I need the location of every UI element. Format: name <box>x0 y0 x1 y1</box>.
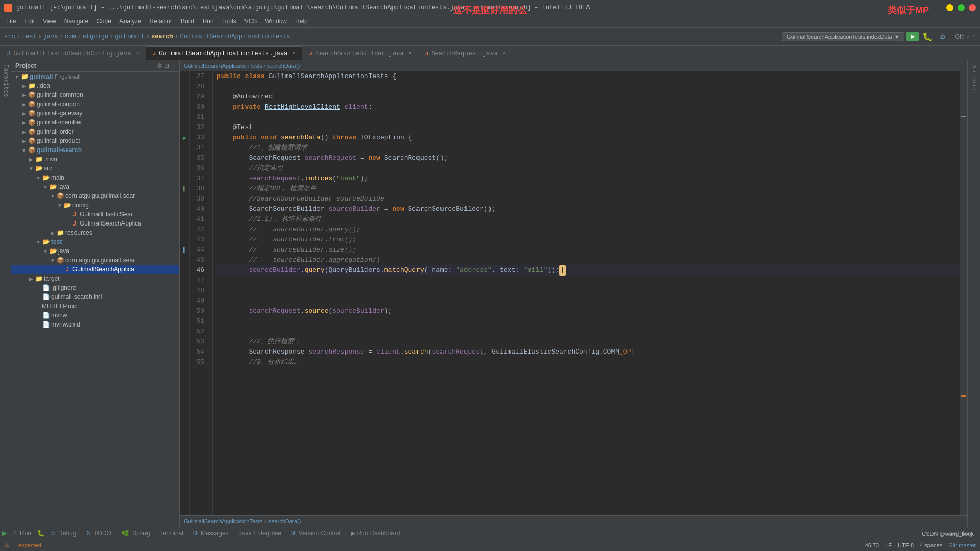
menu-item-window[interactable]: Window <box>261 17 291 26</box>
bottom-tab-todo[interactable]: 6: TODO <box>81 529 116 538</box>
breadcrumb-src[interactable]: src <box>4 33 15 40</box>
tab-close-0[interactable]: × <box>136 51 139 56</box>
tree-mvnw-cmd[interactable]: 📄 mvnw.cmd <box>11 320 179 329</box>
code-nav-method[interactable]: searchData() <box>267 63 300 69</box>
tab-search-request[interactable]: J SearchRequest.java × <box>419 46 512 60</box>
tree-gulimall-product[interactable]: ▶ 📦 gulimall-product <box>11 136 179 145</box>
tree-package-test[interactable]: ▼ 📦 com.atguigu.gulimall.sear <box>11 256 179 265</box>
breadcrumb-atguigu[interactable]: atguigu <box>83 33 108 40</box>
menu-item-help[interactable]: Help <box>291 17 312 26</box>
tab-gulimall-elastic-search-config[interactable]: J GulimallElasticSearchConfig.java × <box>0 46 146 60</box>
favorites-icon[interactable]: Favorites <box>2 64 9 97</box>
code-content[interactable]: public class GulimallSearchApplicationTe… <box>213 71 960 515</box>
breadcrumb-class[interactable]: GulimallSearchApplicationTests <box>180 33 290 40</box>
tree-gulimall-gateway[interactable]: ▶ 📦 gulimall-gateway <box>11 109 179 118</box>
file-icon-mvnw-cmd: 📄 <box>42 321 50 328</box>
bottom-tab-spring[interactable]: 🌿 Spring <box>116 529 155 538</box>
tree-gulimall-elastic-search-config[interactable]: J GulimallElasticSear <box>11 210 179 219</box>
toolbar-breadcrumb: src › test › java › com › atguigu › guli… <box>4 33 290 40</box>
breadcrumb-search[interactable]: search <box>151 33 173 40</box>
menu-item-navigate[interactable]: Navigate <box>60 17 92 26</box>
tree-mvnw[interactable]: 📄 mvnw <box>11 311 179 320</box>
tree-gulimall-search-applica-main[interactable]: J GulimallSearchApplica <box>11 219 179 228</box>
breadcrumb-test[interactable]: test <box>22 33 37 40</box>
tree-test[interactable]: ▼ 📂 test <box>11 237 179 246</box>
tree-gulimall-member[interactable]: ▶ 📦 gulimall-member <box>11 118 179 127</box>
bottom-tab-debug[interactable]: 5: Debug <box>46 529 81 538</box>
menu-item-code[interactable]: Code <box>92 17 115 26</box>
menu-item-edit[interactable]: Edit <box>20 17 39 26</box>
tree-mvn[interactable]: ▶ 📁 .mvn <box>11 155 179 164</box>
tree-target[interactable]: ▶ 📁 target <box>11 274 179 283</box>
tree-gulimall-search-application-tests[interactable]: J GulimallSearchApplica <box>11 265 179 274</box>
run-button[interactable]: ▶ <box>906 32 919 41</box>
project-layout-icon[interactable]: ⊟ <box>164 62 169 69</box>
menu-item-build[interactable]: Build <box>177 17 199 26</box>
status-indent[interactable]: 4 spaces <box>920 542 942 548</box>
tree-src[interactable]: ▼ 📂 src <box>11 164 179 173</box>
tree-iml[interactable]: 📄 gulimall-search.iml <box>11 292 179 302</box>
run-config-selector[interactable]: GulimallSearchApplicationTests.indexData… <box>782 32 904 41</box>
folder-icon-config: 📂 <box>63 202 71 209</box>
menu-item-vcs[interactable]: VCS <box>240 17 261 26</box>
menu-item-tools[interactable]: Tools <box>218 17 240 26</box>
menu-item-refactor[interactable]: Refactor <box>145 17 177 26</box>
tree-config[interactable]: ▼ 📂 config <box>11 201 179 210</box>
tree-main[interactable]: ▼ 📂 main <box>11 173 179 182</box>
module-icon-member: 📦 <box>28 119 36 126</box>
maximize-button[interactable] <box>958 4 965 11</box>
tree-gulimall-search[interactable]: ▼ 📦 gulimall-search <box>11 145 179 155</box>
minimize-button[interactable] <box>946 4 953 11</box>
git-check-icon[interactable]: ✓ <box>967 33 970 40</box>
tree-gulimall-coupon[interactable]: ▶ 📦 gulimall-coupon <box>11 99 179 109</box>
tab-close-3[interactable]: × <box>503 51 506 56</box>
coverage-icon[interactable]: ⚙ <box>940 33 945 42</box>
right-scroll-gutter[interactable] <box>960 71 967 515</box>
debug-icon[interactable]: 🐛 <box>922 33 933 42</box>
tree-main-java[interactable]: ▼ 📂 java <box>11 182 179 191</box>
bottom-tab-run-dashboard[interactable]: ▶ Run Dashboard <box>346 529 405 538</box>
bottom-tab-java-enterprise[interactable]: Java Enterprise <box>234 529 286 538</box>
bottom-tab-messages[interactable]: 0: Messages <box>188 529 234 538</box>
status-cursor-pos[interactable]: 46:73 <box>865 542 879 548</box>
tab-search-source-builder[interactable]: J SearchSourceBuilder.java × <box>302 46 418 60</box>
tab-label-0: GulimallElasticSearchConfig.java <box>13 50 131 57</box>
breadcrumb-gulimall[interactable]: gulimall <box>115 33 144 40</box>
run-gutter-icon-33[interactable]: ▶ <box>183 134 186 142</box>
breadcrumb-java[interactable]: java <box>43 33 58 40</box>
tree-help[interactable]: MH HELP.md <box>11 302 179 311</box>
status-line-ending[interactable]: LF <box>885 542 892 548</box>
project-collapse-icon[interactable]: − <box>172 62 175 69</box>
bottom-tab-terminal[interactable]: Terminal <box>155 529 188 538</box>
tree-test-java[interactable]: ▼ 📂 java <box>11 246 179 256</box>
bottom-tab-version-control[interactable]: 9: Version Control <box>286 529 346 538</box>
editor-footer-class[interactable]: GulimallSearchApplicationTests <box>184 518 262 524</box>
bottom-tab-run[interactable]: 4: Run <box>8 529 36 538</box>
tree-root-gulimall[interactable]: ▼ 📁 gulimall F:\gulimall <box>11 72 179 81</box>
tree-gitignore[interactable]: 📄 .gitignore <box>11 283 179 292</box>
tree-idea[interactable]: ▶ 📁 .idea <box>11 81 179 90</box>
project-settings-icon[interactable]: ⚙ <box>157 62 162 69</box>
structure-icon[interactable]: Structure <box>970 62 978 93</box>
code-nav-class[interactable]: GulimallSearchApplicationTests <box>184 63 262 69</box>
tree-package-main[interactable]: ▼ 📦 com.atguigu.gulimall.sear <box>11 191 179 201</box>
git-update-icon[interactable]: ↑ <box>972 33 976 40</box>
close-button[interactable] <box>969 4 976 11</box>
menu-item-view[interactable]: View <box>39 17 60 26</box>
tree-resources[interactable]: ▶ 📁 resources <box>11 228 179 237</box>
code-area[interactable]: ▶ ▌ ▌ 27 28 <box>180 71 967 515</box>
tree-gulimall-common[interactable]: ▶ 📦 gulimall-common <box>11 90 179 99</box>
menu-item-file[interactable]: File <box>2 17 20 26</box>
tree-gulimall-order[interactable]: ▶ 📦 gulimall-order <box>11 127 179 136</box>
status-git[interactable]: Git: master <box>948 542 976 548</box>
tab-label-2: SearchSourceBuilder.java <box>315 50 404 57</box>
editor-footer-method[interactable]: searchData() <box>268 518 301 524</box>
tab-close-2[interactable]: × <box>409 51 412 56</box>
breadcrumb-com[interactable]: com <box>65 33 76 40</box>
tab-gulimall-search-application-tests[interactable]: J GulimallSearchApplicationTests.java × <box>146 46 303 60</box>
menu-item-run[interactable]: Run <box>199 17 218 26</box>
menu-item-analyze[interactable]: Analyze <box>115 17 145 26</box>
status-encoding[interactable]: UTF-8 <box>898 542 914 548</box>
tab-label-3: SearchRequest.java <box>431 50 498 57</box>
tab-close-1[interactable]: × <box>292 51 296 56</box>
